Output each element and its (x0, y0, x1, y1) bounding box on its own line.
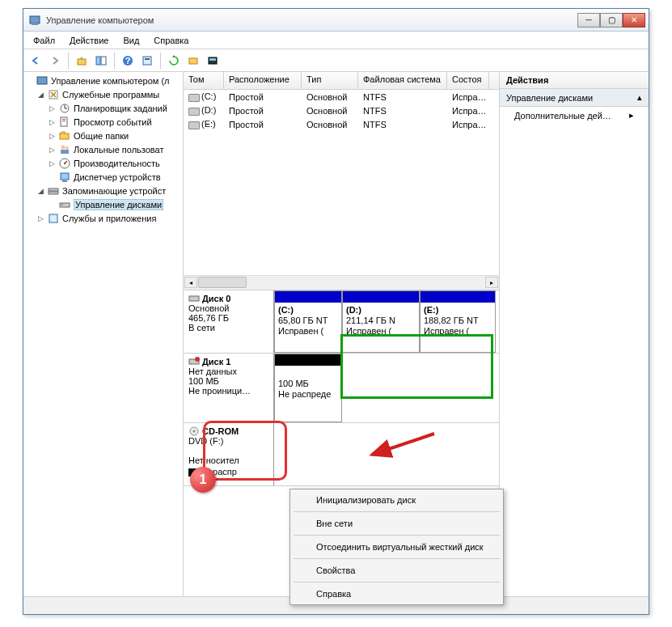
svg-rect-1 (32, 24, 38, 25)
tree-root[interactable]: Управление компьютером (л (25, 74, 181, 87)
menubar: Файл Действие Вид Справка (23, 32, 649, 49)
properties-button[interactable] (138, 52, 156, 70)
menu-action[interactable]: Действие (63, 34, 115, 47)
volume-row[interactable]: (C:)ПростойОсновнойNTFSИспра… (184, 90, 499, 104)
svg-point-19 (61, 145, 66, 149)
svg-rect-2 (78, 59, 86, 65)
actions-more[interactable]: Дополнительные дей…▸ (500, 107, 649, 124)
svg-rect-18 (60, 133, 69, 139)
tree-services-apps[interactable]: ▷Службы и приложения (25, 211, 181, 225)
volume-columns[interactable]: Том Расположение Тип Файловая система Со… (184, 72, 499, 90)
chevron-right-icon: ▸ (629, 110, 634, 121)
menu-file[interactable]: Файл (27, 34, 61, 47)
svg-point-23 (64, 163, 66, 164)
disk1-header[interactable]: Диск 1 Нет данных 100 МБ Не проиници… (184, 354, 274, 422)
svg-rect-12 (37, 77, 47, 84)
toolbar: ? (23, 49, 649, 72)
partition-c[interactable]: (C:)65,80 ГБ NTИсправен ( (274, 290, 342, 353)
disk-icon (188, 294, 200, 303)
ctx-offline[interactable]: Вне сети (292, 515, 501, 532)
show-hide-tree-button[interactable] (92, 52, 110, 70)
svg-rect-4 (101, 57, 106, 65)
col-layout[interactable]: Расположение (224, 72, 302, 89)
help-button[interactable]: ? (119, 52, 137, 70)
col-volume[interactable]: Том (184, 72, 224, 89)
drive-icon (188, 108, 200, 116)
svg-rect-27 (49, 192, 58, 194)
svg-rect-31 (189, 296, 199, 301)
svg-rect-16 (62, 119, 66, 120)
svg-point-35 (193, 430, 196, 433)
svg-rect-3 (96, 57, 100, 65)
window-title: Управление компьютером (46, 15, 577, 25)
svg-rect-28 (60, 203, 70, 207)
legend-swatch (188, 468, 197, 477)
volume-row[interactable]: (D:)ПростойОсновнойNTFSИспра… (184, 104, 499, 117)
actions-pane: Действия Управление дисками▴ Дополнитель… (500, 72, 649, 596)
ctx-detach-vhd[interactable]: Отсоединить виртуальный жесткий диск (292, 538, 501, 556)
col-status[interactable]: Состоя (447, 72, 489, 89)
svg-rect-0 (30, 16, 40, 23)
partition-unallocated[interactable]: 100 МБНе распреде (274, 354, 342, 422)
svg-rect-26 (49, 189, 58, 191)
app-icon (28, 14, 41, 27)
svg-rect-15 (61, 117, 67, 126)
drive-icon (188, 94, 200, 102)
navigation-tree[interactable]: Управление компьютером (л ◢Служебные про… (23, 72, 184, 596)
up-button[interactable] (73, 52, 91, 70)
col-filesystem[interactable]: Файловая система (358, 72, 447, 89)
minimize-button[interactable]: ─ (577, 13, 600, 28)
titlebar[interactable]: Управление компьютером ─ ▢ ✕ (23, 9, 649, 32)
partition-d[interactable]: (D:)211,14 ГБ NИсправен ( (342, 290, 420, 353)
svg-rect-7 (143, 57, 151, 65)
toolbar-icon-1[interactable] (184, 52, 202, 70)
cdrom-header[interactable]: CD-ROM DVD (F:) Нет носител Не распр (184, 423, 274, 485)
svg-rect-11 (209, 58, 216, 61)
tree-local-users[interactable]: ▷Локальные пользоват (25, 142, 181, 156)
tree-performance[interactable]: ▷Производительность (25, 156, 181, 170)
actions-diskmgmt[interactable]: Управление дисками▴ (500, 89, 649, 107)
col-type[interactable]: Тип (302, 72, 358, 89)
volume-row[interactable]: (E:)ПростойОсновнойNTFSИспра… (184, 117, 499, 131)
disk0-row[interactable]: Диск 0 Основной 465,76 ГБ В сети (C:)65,… (184, 290, 499, 354)
svg-rect-17 (62, 121, 66, 121)
collapse-icon: ▴ (637, 92, 642, 103)
ctx-initialize-disk[interactable]: Инициализировать диск (292, 491, 501, 509)
drive-icon (188, 121, 200, 129)
tree-storage[interactable]: ◢Запоминающие устройст (25, 184, 181, 197)
menu-view[interactable]: Вид (116, 34, 146, 47)
tree-device-manager[interactable]: Диспетчер устройств (25, 170, 181, 184)
menu-help[interactable]: Справка (147, 34, 195, 47)
svg-rect-30 (49, 214, 57, 222)
actions-header: Действия (500, 72, 649, 89)
volume-hscroll[interactable]: ◂▸ (184, 275, 499, 290)
back-button[interactable] (27, 52, 44, 70)
close-button[interactable]: ✕ (623, 13, 645, 28)
svg-text:?: ? (125, 56, 131, 66)
volume-list[interactable]: Том Расположение Тип Файловая система Со… (184, 72, 499, 290)
context-menu: Инициализировать диск Вне сети Отсоедини… (290, 489, 504, 605)
disk0-header[interactable]: Диск 0 Основной 465,76 ГБ В сети (184, 290, 274, 353)
tree-system-tools[interactable]: ◢Служебные программы (25, 87, 181, 101)
tree-task-scheduler[interactable]: ▷Планировщик заданий (25, 101, 181, 115)
svg-point-20 (66, 146, 69, 150)
tree-disk-management[interactable]: Управление дисками (25, 197, 181, 211)
tree-event-viewer[interactable]: ▷Просмотр событий (25, 115, 181, 129)
svg-rect-24 (61, 173, 69, 180)
svg-point-29 (61, 204, 63, 205)
disk1-row[interactable]: Диск 1 Нет данных 100 МБ Не проиници… 10… (184, 354, 499, 423)
partition-e[interactable]: (E:)188,82 ГБ NTИсправен ( (420, 290, 496, 353)
disk-icon (188, 357, 200, 366)
ctx-help[interactable]: Справка (292, 585, 501, 603)
cdrom-icon (188, 426, 200, 436)
cdrom-row[interactable]: CD-ROM DVD (F:) Нет носител Не распр (184, 423, 499, 486)
forward-button[interactable] (46, 52, 64, 70)
refresh-button[interactable] (165, 52, 183, 70)
tree-shared-folders[interactable]: ▷Общие папки (25, 129, 181, 142)
svg-rect-8 (145, 58, 150, 60)
svg-point-33 (195, 357, 200, 362)
toolbar-icon-2[interactable] (204, 52, 222, 70)
ctx-properties[interactable]: Свойства (292, 561, 501, 579)
svg-rect-25 (62, 180, 67, 182)
maximize-button[interactable]: ▢ (600, 13, 623, 28)
